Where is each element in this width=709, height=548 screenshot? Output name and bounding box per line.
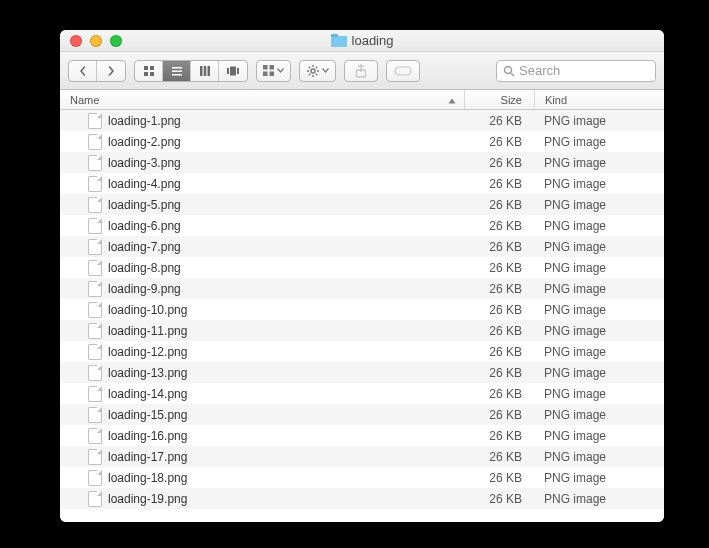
svg-rect-1 xyxy=(150,66,154,70)
arrange-menu-button[interactable] xyxy=(256,60,291,82)
file-kind: PNG image xyxy=(534,114,664,128)
file-kind: PNG image xyxy=(534,261,664,275)
file-name: loading-4.png xyxy=(108,177,181,191)
coverflow-view-button[interactable] xyxy=(219,61,247,81)
svg-line-21 xyxy=(511,73,514,76)
file-size: 26 KB xyxy=(464,450,534,464)
view-mode-buttons xyxy=(134,60,248,82)
file-name: loading-14.png xyxy=(108,387,187,401)
file-icon xyxy=(88,344,102,360)
toolbar: Search xyxy=(60,52,664,90)
file-kind: PNG image xyxy=(534,450,664,464)
chevron-down-icon xyxy=(277,68,284,73)
file-name: loading-2.png xyxy=(108,135,181,149)
file-row[interactable]: loading-9.png26 KBPNG image xyxy=(60,278,664,299)
file-row[interactable]: loading-15.png26 KBPNG image xyxy=(60,404,664,425)
file-row[interactable]: loading-19.png26 KBPNG image xyxy=(60,488,664,509)
svg-rect-9 xyxy=(207,66,210,76)
svg-rect-4 xyxy=(172,67,182,69)
file-size: 26 KB xyxy=(464,177,534,191)
svg-rect-0 xyxy=(144,66,148,70)
file-row[interactable]: loading-10.png26 KBPNG image xyxy=(60,299,664,320)
close-button[interactable] xyxy=(70,35,82,47)
action-menu-button[interactable] xyxy=(299,60,336,82)
file-kind: PNG image xyxy=(534,408,664,422)
file-kind: PNG image xyxy=(534,135,664,149)
file-name: loading-11.png xyxy=(108,324,187,338)
file-size: 26 KB xyxy=(464,156,534,170)
file-name: loading-12.png xyxy=(108,345,187,359)
file-kind: PNG image xyxy=(534,492,664,506)
list-view-button[interactable] xyxy=(163,61,191,81)
file-row[interactable]: loading-11.png26 KBPNG image xyxy=(60,320,664,341)
forward-button[interactable] xyxy=(97,61,125,81)
file-icon xyxy=(88,239,102,255)
size-column-header[interactable]: Size xyxy=(464,90,534,109)
column-view-button[interactable] xyxy=(191,61,219,81)
minimize-button[interactable] xyxy=(90,35,102,47)
file-row[interactable]: loading-1.png26 KBPNG image xyxy=(60,110,664,131)
svg-rect-12 xyxy=(237,68,239,74)
file-icon xyxy=(88,407,102,423)
file-row[interactable]: loading-4.png26 KBPNG image xyxy=(60,173,664,194)
file-row[interactable]: loading-16.png26 KBPNG image xyxy=(60,425,664,446)
share-icon xyxy=(355,64,367,78)
file-size: 26 KB xyxy=(464,282,534,296)
file-icon xyxy=(88,155,102,171)
file-icon xyxy=(88,113,102,129)
file-icon xyxy=(88,428,102,444)
gear-icon xyxy=(306,64,320,78)
file-size: 26 KB xyxy=(464,324,534,338)
svg-rect-3 xyxy=(150,72,154,76)
svg-point-20 xyxy=(505,66,512,73)
file-row[interactable]: loading-7.png26 KBPNG image xyxy=(60,236,664,257)
file-kind: PNG image xyxy=(534,324,664,338)
svg-rect-16 xyxy=(270,71,275,76)
file-row[interactable]: loading-13.png26 KBPNG image xyxy=(60,362,664,383)
svg-rect-14 xyxy=(270,65,275,70)
search-input[interactable]: Search xyxy=(496,60,656,82)
file-icon xyxy=(88,134,102,150)
sort-ascending-icon xyxy=(448,94,456,106)
file-icon xyxy=(88,281,102,297)
file-size: 26 KB xyxy=(464,114,534,128)
zoom-button[interactable] xyxy=(110,35,122,47)
share-button[interactable] xyxy=(344,60,378,82)
nav-buttons xyxy=(68,60,126,82)
file-name: loading-17.png xyxy=(108,450,187,464)
file-kind: PNG image xyxy=(534,156,664,170)
folder-icon xyxy=(331,34,347,47)
file-kind: PNG image xyxy=(534,366,664,380)
file-size: 26 KB xyxy=(464,366,534,380)
svg-rect-5 xyxy=(172,70,182,72)
svg-rect-15 xyxy=(263,71,268,76)
svg-rect-8 xyxy=(203,66,206,76)
file-name: loading-16.png xyxy=(108,429,187,443)
file-name: loading-3.png xyxy=(108,156,181,170)
icon-view-button[interactable] xyxy=(135,61,163,81)
file-row[interactable]: loading-14.png26 KBPNG image xyxy=(60,383,664,404)
file-row[interactable]: loading-3.png26 KBPNG image xyxy=(60,152,664,173)
file-row[interactable]: loading-5.png26 KBPNG image xyxy=(60,194,664,215)
file-row[interactable]: loading-12.png26 KBPNG image xyxy=(60,341,664,362)
file-icon xyxy=(88,386,102,402)
file-kind: PNG image xyxy=(534,177,664,191)
titlebar[interactable]: loading xyxy=(60,30,664,52)
file-row[interactable]: loading-17.png26 KBPNG image xyxy=(60,446,664,467)
file-row[interactable]: loading-6.png26 KBPNG image xyxy=(60,215,664,236)
file-list[interactable]: loading-1.png26 KBPNG imageloading-2.png… xyxy=(60,110,664,522)
file-size: 26 KB xyxy=(464,198,534,212)
file-row[interactable]: loading-8.png26 KBPNG image xyxy=(60,257,664,278)
file-size: 26 KB xyxy=(464,135,534,149)
search-icon xyxy=(503,65,515,77)
tags-button[interactable] xyxy=(386,60,420,82)
window-title: loading xyxy=(60,33,664,48)
file-size: 26 KB xyxy=(464,387,534,401)
kind-column-header[interactable]: Kind xyxy=(534,90,664,109)
name-column-header[interactable]: Name xyxy=(60,94,464,106)
file-row[interactable]: loading-18.png26 KBPNG image xyxy=(60,467,664,488)
file-row[interactable]: loading-2.png26 KBPNG image xyxy=(60,131,664,152)
back-button[interactable] xyxy=(69,61,97,81)
file-icon xyxy=(88,365,102,381)
file-kind: PNG image xyxy=(534,219,664,233)
